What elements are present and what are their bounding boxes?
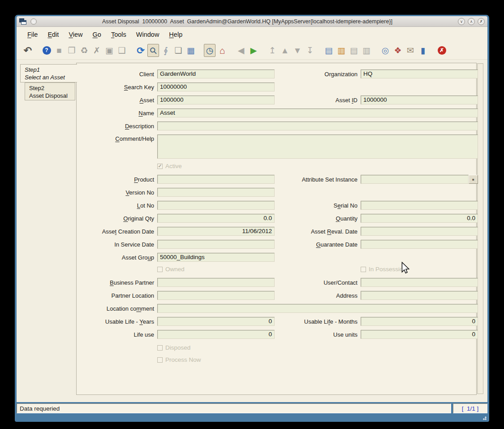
serial-no-label: Serial No — [277, 202, 358, 209]
tab-step2-asset-disposal[interactable]: Step2 Asset Disposal — [25, 82, 75, 100]
app-window-icon — [19, 18, 27, 25]
maximize-window-button[interactable]: ∧ — [468, 18, 475, 25]
tab-step2-line2: Asset Disposal — [29, 92, 73, 100]
home-button[interactable]: ⌂ — [216, 44, 228, 57]
workflow-button[interactable]: ❖ — [392, 44, 404, 57]
menu-window[interactable]: Window — [131, 29, 164, 40]
record-indicator: [ 1/1 ] — [453, 403, 487, 413]
owned-checkbox-label: Owned — [165, 266, 185, 273]
lot-no-field[interactable] — [157, 201, 275, 210]
client-field[interactable]: GardenWorld — [157, 69, 275, 78]
archive-button[interactable]: ▥ — [336, 44, 347, 57]
tab-step1-line2: Select an Asset — [25, 74, 75, 81]
quantity-label: Quantity — [277, 215, 358, 222]
resize-grip[interactable] — [481, 415, 487, 420]
chat-button[interactable]: ❏ — [172, 44, 184, 57]
guarantee-date-field[interactable] — [361, 240, 478, 249]
grid-toggle-button[interactable]: ▦ — [185, 44, 197, 57]
usable-life-months-field[interactable]: 0 — [361, 317, 478, 326]
business-partner-field[interactable] — [157, 278, 275, 287]
location-comment-field[interactable] — [157, 304, 478, 313]
undo-button[interactable]: ↶ — [22, 44, 34, 57]
usable-life-months-label: Usable Life - Months — [277, 318, 358, 325]
address-label: Address — [277, 292, 358, 299]
use-units-field[interactable]: 0 — [361, 330, 478, 339]
title-bar[interactable]: · Asset Disposal 10000000 Asset GardenAd… — [17, 16, 487, 27]
search-key-field[interactable]: 10000000 — [157, 82, 275, 91]
product-label: Product — [78, 176, 155, 183]
request-email-button[interactable]: ✉ — [405, 44, 416, 57]
life-use-field[interactable]: 0 — [157, 330, 275, 339]
partner-location-label: Partner Location — [78, 292, 155, 299]
shade-window-button[interactable]: ∨ — [458, 18, 465, 25]
last-record-button: ↧ — [304, 44, 316, 57]
in-service-date-label: In Service Date — [78, 241, 155, 248]
asset-field[interactable]: 1000000 — [157, 95, 275, 104]
partner-location-field[interactable] — [157, 291, 275, 300]
in-service-date-field[interactable] — [157, 240, 275, 249]
menu-tools[interactable]: Tools — [106, 29, 131, 40]
toolbar: ↶?■❐♻✗▣❑⟳⚲∮❏▦◷⌂◀▶↥▲▼↧▤▥▤▥◎❖✉▮✗ — [17, 42, 487, 60]
vertical-scrollbar[interactable] — [477, 63, 483, 394]
menu-go[interactable]: Go — [88, 29, 106, 40]
name-field[interactable]: Asset — [157, 108, 478, 117]
asset-creation-date-label: Asset Creation Date — [78, 228, 155, 235]
end-window-button[interactable]: ✗ — [436, 44, 448, 57]
usable-life-years-label: Usable Life - Years — [78, 318, 155, 325]
attachment-button[interactable]: ∮ — [160, 44, 172, 57]
quantity-field[interactable]: 0.0 — [361, 214, 478, 223]
copy-record-button: ❐ — [66, 44, 78, 57]
usable-life-years-field[interactable]: 0 — [157, 317, 275, 326]
close-window-button[interactable]: ✗ — [478, 18, 485, 25]
history-button[interactable]: ◷ — [204, 44, 215, 57]
tab-step1-select-an-asset[interactable]: Step1 Select an Asset — [20, 64, 77, 82]
help-button[interactable]: ? — [41, 44, 52, 57]
mouse-cursor — [401, 262, 411, 274]
zoom-across-button[interactable]: ◎ — [379, 44, 391, 57]
requery-button[interactable]: ⟳ — [135, 44, 146, 57]
asset-group-field[interactable]: 50000_Buildings — [157, 253, 275, 262]
user-contact-label: User/Contact — [277, 279, 358, 286]
content-area: Step1 Select an Asset Step2 Asset Dispos… — [17, 60, 487, 402]
form-panel: Client GardenWorld Organization HQ Searc… — [76, 63, 477, 395]
tab-step1-line1: Step1 — [25, 66, 75, 74]
asset-id-field[interactable]: 1000000 — [361, 95, 478, 104]
menu-bar: FileEditViewGoToolsWindowHelp — [17, 27, 487, 42]
print-button: ▤ — [348, 44, 360, 57]
attribute-set-instance-button[interactable]: ■ — [469, 175, 478, 184]
status-message: Data requeried — [17, 403, 451, 413]
business-partner-label: Business Partner — [78, 279, 155, 286]
asset-reval-date-field[interactable] — [361, 227, 478, 236]
comment-help-field[interactable] — [157, 134, 478, 159]
menu-view[interactable]: View — [64, 29, 87, 40]
forward-button[interactable]: ▶ — [248, 44, 259, 57]
description-field[interactable] — [157, 121, 478, 130]
life-use-label: Life use — [78, 331, 155, 338]
asset-creation-date-field[interactable]: 11/06/2012 — [157, 227, 275, 236]
version-no-label: Version No — [78, 189, 155, 196]
attribute-set-instance-label: Attribute Set Instance — [277, 176, 358, 183]
address-field[interactable] — [361, 291, 478, 300]
original-qty-field[interactable]: 0.0 — [157, 214, 275, 223]
asset-id-label: Asset ID — [277, 97, 358, 104]
delete-selection-button: ✗ — [91, 44, 103, 57]
menu-file[interactable]: File — [22, 29, 43, 40]
window-menu-button[interactable]: · — [30, 18, 37, 25]
disposed-checkbox-label: Disposed — [165, 344, 190, 351]
organization-field[interactable]: HQ — [361, 69, 478, 78]
version-no-field[interactable] — [157, 188, 275, 197]
report-button[interactable]: ▤ — [323, 44, 335, 57]
first-record-button: ↥ — [267, 44, 278, 57]
serial-no-field[interactable] — [361, 201, 478, 210]
product-field[interactable] — [157, 175, 275, 184]
user-contact-field[interactable] — [361, 278, 478, 287]
attribute-set-instance-field[interactable] — [361, 175, 469, 184]
search-key-label: Search Key — [78, 84, 155, 91]
menu-help[interactable]: Help — [164, 29, 187, 40]
tab-step2-line1: Step2 — [29, 84, 73, 92]
product-info-button[interactable]: ▮ — [417, 44, 429, 57]
find-button[interactable]: ⚲ — [147, 44, 159, 57]
app-window: · Asset Disposal 10000000 Asset GardenAd… — [15, 15, 489, 422]
back-button: ◀ — [235, 44, 247, 57]
menu-edit[interactable]: Edit — [43, 29, 64, 40]
